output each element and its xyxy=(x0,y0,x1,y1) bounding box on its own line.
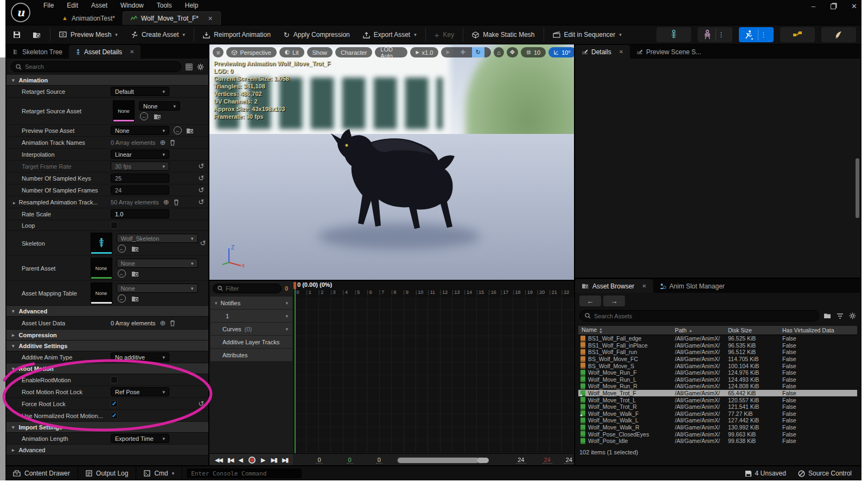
force-root-lock-checkbox[interactable]: ✓ xyxy=(111,400,118,407)
tab-asset-browser[interactable]: Asset Browser ✕ xyxy=(575,279,653,293)
trash-icon[interactable] xyxy=(174,199,179,206)
timeline-filter-input[interactable] xyxy=(213,284,282,293)
apply-compression-button[interactable]: ↻ Apply Compression xyxy=(277,27,356,42)
close-tab-icon[interactable]: ✕ xyxy=(642,283,646,289)
current-percent-field[interactable]: 0 xyxy=(376,457,382,464)
asset-table-header[interactable]: Name▲▼ Path▲ Disk Size Has Virtualized D… xyxy=(578,326,857,335)
source-control-status[interactable]: Source Control xyxy=(798,470,852,477)
table-row[interactable]: ✦ BS_Wolf_Move_S /All/Game/AnimX/ 100.10… xyxy=(578,362,857,369)
column-path[interactable]: Path▲ xyxy=(675,327,728,333)
table-row[interactable]: ✦ Wolf_Pose_Idle /All/Game/AnimX/ 99.638… xyxy=(578,438,857,445)
reimport-animation-button[interactable]: Reimport Animation xyxy=(196,27,277,42)
history-forward-button[interactable]: → xyxy=(603,296,625,306)
tab-project[interactable]: ▲ AnimationTest* xyxy=(54,11,123,25)
table-row[interactable]: ✦ Wolf_Move_Run_R /All/Game/AnimX/ 124.8… xyxy=(578,383,857,390)
track-attributes[interactable]: Attributes xyxy=(210,349,292,361)
menu-item[interactable]: Help xyxy=(178,1,205,10)
rate-scale-input[interactable]: 1.0 xyxy=(111,209,169,219)
settings-gear-icon[interactable] xyxy=(849,312,856,319)
timeline-grid[interactable] xyxy=(294,297,574,453)
rotate-tool-icon[interactable]: ↻ xyxy=(472,47,484,57)
tab-anim-slot-manager[interactable]: Anim Slot Manager xyxy=(653,279,731,293)
browse-to-asset-icon[interactable] xyxy=(131,296,139,302)
close-tab-icon[interactable]: ✕ xyxy=(619,49,623,55)
play-reverse-button[interactable]: ◀ xyxy=(236,457,245,464)
rotation-snap-button[interactable]: 10° xyxy=(548,47,574,57)
step-back-button[interactable]: ▮◀ xyxy=(225,457,235,464)
add-element-icon[interactable]: ⊕ xyxy=(160,319,166,327)
interpolation-dropdown[interactable]: Linear▾ xyxy=(111,150,169,159)
close-tab-icon[interactable]: ✕ xyxy=(208,15,213,22)
column-name[interactable]: Name▲▼ xyxy=(578,326,675,333)
save-button[interactable] xyxy=(5,27,26,42)
reset-icon[interactable]: ↺ xyxy=(198,239,208,247)
blueprint-mode-button[interactable] xyxy=(780,27,815,42)
viewport-menu-button[interactable]: ≡ xyxy=(213,47,224,57)
lit-button[interactable]: Lit xyxy=(279,47,304,57)
play-button[interactable]: ▶ xyxy=(259,457,267,464)
table-row[interactable]: ✦ BS_Wolf_Move_FC /All/Game/AnimX/ 114.7… xyxy=(578,356,857,363)
preview-mesh-button[interactable]: Preview Mesh▾ xyxy=(53,27,124,42)
grid-snap-button[interactable]: 10 xyxy=(521,47,546,57)
playhead-line[interactable] xyxy=(295,282,296,453)
close-button[interactable]: ✕ xyxy=(851,2,857,10)
table-row[interactable]: ✦ Wolf_Move_Run_F /All/Game/AnimX/ 124.9… xyxy=(578,369,857,376)
section-import-settings[interactable]: ▾Import Settings xyxy=(7,422,208,433)
tab-asset-wolf-move-trot-f[interactable]: Wolf_Move_Trot_F* ✕ xyxy=(123,11,221,25)
skeleton-thumbnail[interactable] xyxy=(91,233,112,254)
menu-item[interactable]: File xyxy=(37,1,60,10)
animation-mode-button[interactable]: ⋮ xyxy=(739,27,774,42)
browse-to-asset-button[interactable] xyxy=(26,27,48,42)
preview-pose-asset-dropdown[interactable]: None▾ xyxy=(111,126,169,135)
menu-item[interactable]: Asset xyxy=(85,1,114,10)
preview-viewport[interactable]: ≡ Perspective Lit Show Character LOD Aut… xyxy=(209,44,574,280)
show-button[interactable]: Show xyxy=(307,47,333,57)
section-additive-settings[interactable]: ▾Additive Settings xyxy=(7,341,208,351)
menu-item[interactable]: Tools xyxy=(150,1,178,10)
character-button[interactable]: Character xyxy=(335,47,372,57)
tab-skeleton-tree[interactable]: Skeleton Tree xyxy=(7,45,69,59)
add-element-icon[interactable]: ⊕ xyxy=(163,198,169,206)
retarget-source-asset-dropdown[interactable]: None▾ xyxy=(139,101,180,111)
skeleton-dropdown[interactable]: Wolf_Skeleton▾ xyxy=(117,234,198,243)
additive-anim-type-dropdown[interactable]: No additive▾ xyxy=(111,352,169,362)
output-log-button[interactable]: Output Log xyxy=(78,466,136,480)
scale-tool-icon[interactable]: ◲ xyxy=(487,47,491,57)
section-advanced[interactable]: ▾Advanced xyxy=(7,306,208,317)
add-element-icon[interactable]: ⊕ xyxy=(160,138,166,146)
sampled-frames-input[interactable]: 24 xyxy=(111,185,169,195)
asset-thumbnail[interactable]: None xyxy=(91,282,112,304)
timeline-scrollbar[interactable] xyxy=(397,457,484,464)
table-row[interactable]: ✦ BS1_Wolf_Fall_run /All/Game/AnimX/ 96.… xyxy=(578,349,857,356)
table-row[interactable]: ✦ Wolf_Move_Walk_L /All/Game/AnimX/ 127.… xyxy=(578,417,857,424)
minimize-button[interactable]: – xyxy=(812,2,815,10)
playhead-marker[interactable] xyxy=(293,282,296,289)
reset-icon[interactable]: ↺ xyxy=(194,174,208,182)
folder-filter-icon[interactable] xyxy=(824,313,831,319)
edit-in-sequencer-button[interactable]: Edit in Sequencer▾ xyxy=(546,27,628,42)
tab-asset-details[interactable]: Asset Details ✕ xyxy=(69,45,141,59)
export-asset-button[interactable]: Export Asset▾ xyxy=(356,27,423,42)
track-additive-layer-tracks[interactable]: Additive Layer Tracks xyxy=(210,336,292,348)
table-row[interactable]: ✦ Wolf_Move_Trot_R /All/Game/AnimX/ 121.… xyxy=(578,403,857,410)
tab-preview-scene-settings[interactable]: Preview Scene S... xyxy=(630,45,707,59)
root-motion-root-lock-dropdown[interactable]: Ref Pose▾ xyxy=(111,387,169,396)
table-row[interactable]: ✦ BS1_Wolf_Fall_inPlace /All/Game/AnimX/… xyxy=(578,342,857,349)
create-asset-button[interactable]: Create Asset▾ xyxy=(124,27,192,42)
console-command-input[interactable] xyxy=(187,468,302,478)
cmd-dropdown[interactable]: Cmd▾ xyxy=(136,466,182,480)
use-selected-asset-icon[interactable]: ← xyxy=(118,269,126,278)
lod-auto-button[interactable]: LOD Auto xyxy=(375,47,407,57)
use-normalized-root-motion-checkbox[interactable]: ✓ xyxy=(111,412,118,419)
browse-to-asset-icon[interactable] xyxy=(131,271,139,277)
end-time-field[interactable]: 24 xyxy=(542,457,552,464)
history-back-button[interactable]: ← xyxy=(579,296,601,306)
record-button[interactable] xyxy=(246,457,258,464)
restore-button[interactable] xyxy=(831,4,836,9)
perspective-button[interactable]: Perspective xyxy=(226,47,276,57)
target-frame-rate-dropdown[interactable]: 30 fps▾ xyxy=(111,162,169,171)
to-front-button[interactable]: ◀◀ xyxy=(213,457,224,464)
use-selected-asset-icon[interactable]: ← xyxy=(140,112,148,120)
unsaved-status[interactable]: 4 Unsaved xyxy=(745,470,786,477)
section-advanced-import[interactable]: ▸Advanced xyxy=(7,445,208,455)
